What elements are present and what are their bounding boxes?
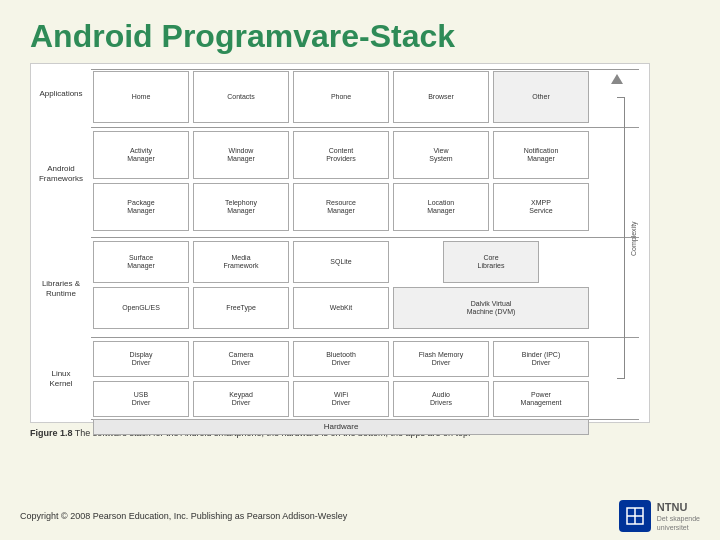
cell-opengl: OpenGL/ES	[93, 287, 189, 329]
stack-grid: Home Contacts Phone Browser Other Activi…	[91, 69, 639, 419]
cell-view-system: ViewSystem	[393, 131, 489, 179]
complexity-label: Complexity	[630, 99, 637, 379]
cell-power-mgmt: PowerManagement	[493, 381, 589, 417]
diagram-container: Home Contacts Phone Browser Other Activi…	[30, 63, 650, 423]
hline-1	[91, 127, 639, 128]
cell-freetype: FreeType	[193, 287, 289, 329]
cell-resource-mgr: ResourceManager	[293, 183, 389, 231]
row-label-kernel: LinuxKernel	[33, 369, 89, 388]
cell-media-framework: MediaFramework	[193, 241, 289, 283]
cell-content-providers: ContentProviders	[293, 131, 389, 179]
row-label-applications: Applications	[33, 89, 89, 99]
cell-surface-mgr: SurfaceManager	[93, 241, 189, 283]
cell-usb-driver: USBDriver	[93, 381, 189, 417]
figure-number: Figure 1.8	[30, 428, 73, 438]
cell-bluetooth-driver: BluetoothDriver	[293, 341, 389, 377]
cell-other: Other	[493, 71, 589, 123]
ntnu-svg	[625, 506, 645, 526]
complexity-bracket	[617, 97, 625, 379]
cell-telephony-mgr: TelephonyManager	[193, 183, 289, 231]
footer: Copyright © 2008 Pearson Education, Inc.…	[0, 500, 720, 532]
cell-camera-driver: CameraDriver	[193, 341, 289, 377]
cell-package-mgr: PackageManager	[93, 183, 189, 231]
row-label-libraries: Libraries &Runtime	[33, 279, 89, 298]
cell-audio-driver: AudioDrivers	[393, 381, 489, 417]
cell-webkit: WebKit	[293, 287, 389, 329]
cell-display-driver: DisplayDriver	[93, 341, 189, 377]
cell-notif-mgr: NotificationManager	[493, 131, 589, 179]
ntnu-icon	[619, 500, 651, 532]
ntnu-logo: NTNU Det skapendeuniversitet	[619, 500, 700, 532]
cell-core-libs: CoreLibraries	[443, 241, 539, 283]
cell-window-mgr: WindowManager	[193, 131, 289, 179]
cell-xmpp: XMPPService	[493, 183, 589, 231]
cell-dvm: Dalvik VirtualMachine (DVM)	[393, 287, 589, 329]
cell-flash-driver: Flash MemoryDriver	[393, 341, 489, 377]
row-label-frameworks: AndroidFrameworks	[33, 164, 89, 183]
cell-sqlite: SQLite	[293, 241, 389, 283]
cell-contacts: Contacts	[193, 71, 289, 123]
complexity-arrow	[611, 74, 623, 84]
copyright-text: Copyright © 2008 Pearson Education, Inc.…	[20, 511, 347, 521]
ntnu-text: NTNU Det skapendeuniversitet	[657, 500, 700, 532]
hline-3	[91, 337, 639, 338]
page-title: Android Programvare-Stack	[0, 0, 720, 63]
cell-browser: Browser	[393, 71, 489, 123]
cell-wifi-driver: WiFiDriver	[293, 381, 389, 417]
cell-activity-mgr: ActivityManager	[93, 131, 189, 179]
cell-hardware: Hardware	[93, 419, 589, 435]
cell-phone: Phone	[293, 71, 389, 123]
cell-binder-driver: Binder (IPC)Driver	[493, 341, 589, 377]
hline-top	[91, 69, 639, 70]
cell-keypad-driver: KeypadDriver	[193, 381, 289, 417]
cell-home: Home	[93, 71, 189, 123]
hline-2	[91, 237, 639, 238]
cell-location-mgr: LocationManager	[393, 183, 489, 231]
